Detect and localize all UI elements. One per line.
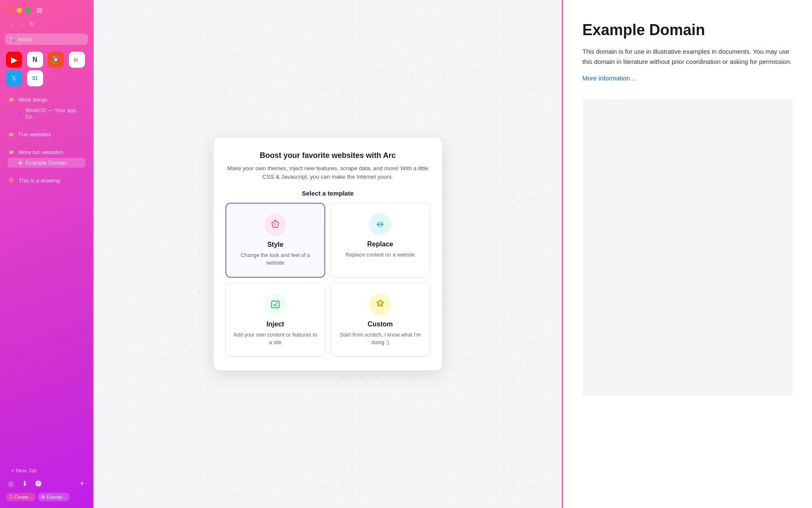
- svg-text:M: M: [74, 57, 78, 63]
- replace-template-desc: Replace content on a website: [346, 251, 415, 259]
- template-card-replace[interactable]: Replace Replace content on a website: [330, 203, 430, 278]
- section-drawing-label: This is a drawing: [19, 177, 60, 184]
- search-text: boost: [18, 36, 31, 42]
- section-work-things: 📁 Work things WorkOS — Your app, En...: [0, 91, 93, 124]
- downloads-icon[interactable]: ⬇: [19, 478, 30, 489]
- template-grid: Style Change the look and feel of a webs…: [225, 203, 430, 357]
- bottom-icons: ◎ ⬇ 🕐 +: [6, 476, 87, 491]
- close-button[interactable]: [8, 8, 13, 13]
- style-icon: [264, 214, 286, 236]
- style-template-name: Style: [267, 241, 283, 248]
- svg-rect-6: [272, 301, 279, 308]
- reload-icon[interactable]: ↻: [28, 20, 36, 28]
- folder-icon: 📁: [8, 96, 15, 103]
- boost-modal: Boost your favorite websites with Arc Ma…: [214, 138, 442, 371]
- svg-point-0: [55, 58, 57, 61]
- pinned-gcal[interactable]: 31: [27, 70, 43, 86]
- boost-modal-header: Boost your favorite websites with Arc Ma…: [225, 151, 430, 182]
- right-panel-desc: This domain is for use in illustrative e…: [582, 47, 793, 67]
- right-panel-content-area: [582, 99, 793, 395]
- traffic-lights: [0, 0, 93, 17]
- create-tab[interactable]: Create...: [6, 493, 36, 501]
- create-tab-dot: [9, 495, 13, 499]
- example-tab-label: Exampl...: [47, 494, 66, 500]
- custom-template-desc: Start from scratch, I know what I'm doin…: [337, 331, 423, 346]
- section-work-things-label: Work things: [19, 97, 47, 103]
- pinned-youtube[interactable]: ▶: [6, 52, 22, 68]
- section-more-fun-websites-header[interactable]: 📁 More fun websites: [6, 146, 87, 157]
- new-tab-label: + New Tab: [11, 467, 37, 474]
- create-tab-label: Create...: [14, 494, 32, 500]
- svg-rect-2: [56, 55, 59, 59]
- template-card-custom[interactable]: Custom Start from scratch, I know what I…: [330, 283, 430, 357]
- more-info-link[interactable]: More information...: [582, 75, 635, 82]
- section-drawing-header[interactable]: 🎨 This is a drawing: [6, 175, 87, 186]
- maximize-button[interactable]: [25, 8, 31, 13]
- inject-template-desc: Add your own content or features to a si…: [233, 331, 318, 346]
- main-area: Boost your favorite websites with Arc Ma…: [93, 0, 562, 508]
- custom-template-name: Custom: [368, 320, 393, 328]
- nav-icons: ‹ › ↻: [0, 17, 93, 30]
- template-card-style[interactable]: Style Change the look and feel of a webs…: [225, 203, 325, 278]
- sidebar-item-workos-label: WorkOS — Your app, En...: [25, 107, 82, 120]
- sidebar-item-example-domain[interactable]: Example Domain: [8, 158, 85, 168]
- svg-rect-3: [52, 61, 56, 64]
- back-icon[interactable]: ‹: [8, 20, 15, 28]
- section-fun-websites-header[interactable]: 📂 Fun websites: [6, 129, 87, 140]
- svg-point-5: [274, 223, 277, 226]
- section-drawing: 🎨 This is a drawing: [0, 172, 93, 188]
- appearance-icon[interactable]: ◎: [6, 478, 16, 489]
- example-tab-dot: [41, 495, 45, 499]
- boost-modal-title: Boost your favorite websites with Arc: [225, 151, 430, 160]
- folder-more-icon: 📁: [8, 148, 15, 156]
- sidebar-item-workos[interactable]: WorkOS — Your app, En...: [8, 105, 85, 121]
- sidebar-toggle-icon[interactable]: [37, 8, 42, 13]
- section-fun-websites: 📂 Fun websites: [0, 126, 93, 142]
- select-template-label: Select a template: [225, 190, 430, 197]
- section-more-fun-websites: 📁 More fun websites Example Domain: [0, 144, 93, 171]
- sidebar-item-example-label: Example Domain: [25, 160, 67, 166]
- add-icon[interactable]: +: [77, 478, 87, 489]
- new-tab-button[interactable]: + New Tab: [8, 466, 85, 475]
- pinned-notion[interactable]: N: [27, 52, 43, 68]
- open-tabs-bar: Create... Exampl...: [6, 493, 87, 501]
- inject-icon: [264, 293, 286, 315]
- item-dot-example: [19, 161, 22, 165]
- drawing-icon: 🎨: [8, 177, 15, 184]
- style-template-desc: Change the look and feel of a website: [233, 252, 318, 267]
- section-more-fun-websites-label: More fun websites: [19, 149, 63, 155]
- sidebar-bottom: + New Tab ◎ ⬇ 🕐 + Create... Exampl...: [0, 462, 93, 508]
- minimize-button[interactable]: [16, 8, 22, 13]
- sidebar: ‹ › ↻ 🔍 boost ▶ N M 𝕏 31 📁 Work things W…: [0, 0, 93, 508]
- boost-modal-desc: Make your own themes, inject new feature…: [225, 164, 430, 182]
- pinned-icons-grid: ▶ N M 𝕏 31: [0, 48, 93, 90]
- pinned-twitter[interactable]: 𝕏: [6, 70, 22, 86]
- section-work-things-header[interactable]: 📁 Work things: [6, 94, 87, 105]
- item-dot: [19, 112, 22, 115]
- replace-template-name: Replace: [367, 240, 393, 248]
- right-panel: Example Domain This domain is for use in…: [562, 0, 812, 508]
- search-icon: 🔍: [9, 36, 15, 42]
- sidebar-search[interactable]: 🔍 boost: [5, 33, 88, 45]
- forward-icon[interactable]: ›: [18, 20, 25, 28]
- example-tab[interactable]: Exampl...: [38, 493, 69, 501]
- custom-icon: [369, 293, 391, 315]
- section-fun-websites-label: Fun websites: [19, 131, 51, 138]
- pinned-gworkspace[interactable]: M: [69, 52, 85, 68]
- pinned-figma[interactable]: [48, 52, 64, 68]
- history-icon[interactable]: 🕐: [33, 478, 43, 489]
- right-panel-title: Example Domain: [582, 21, 793, 39]
- template-card-inject[interactable]: Inject Add your own content or features …: [225, 283, 325, 357]
- svg-rect-1: [52, 55, 56, 59]
- folder-open-icon: 📂: [8, 130, 15, 138]
- replace-icon: [369, 213, 391, 235]
- inject-template-name: Inject: [266, 320, 284, 328]
